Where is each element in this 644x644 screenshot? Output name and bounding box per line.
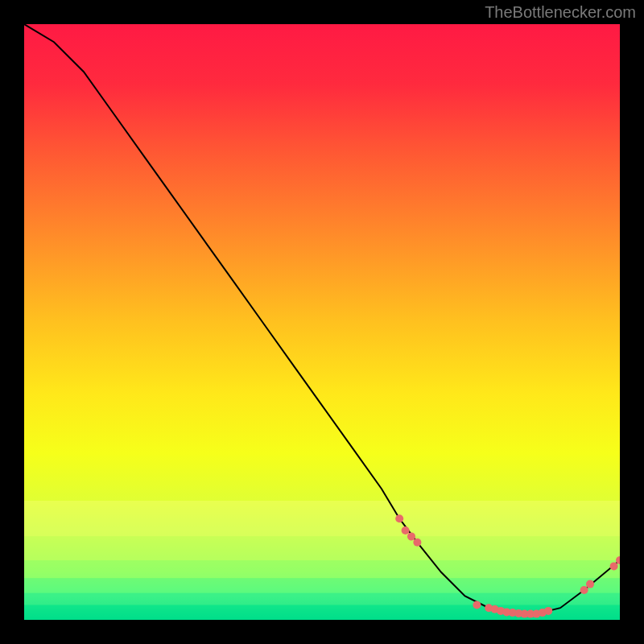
svg-rect-3 (24, 578, 620, 593)
watermark-text: TheBottlenecker.com (485, 3, 636, 22)
data-point (473, 601, 481, 609)
data-point (395, 514, 403, 522)
data-point (407, 532, 415, 540)
data-point (413, 539, 421, 547)
bottom-color-bands (24, 501, 620, 620)
svg-rect-2 (24, 560, 620, 578)
chart-svg (24, 24, 620, 620)
data-point (610, 562, 618, 570)
data-point (402, 526, 410, 535)
svg-rect-4 (24, 593, 620, 605)
chart-plot-area (24, 24, 620, 620)
data-point (544, 607, 552, 615)
data-point (586, 580, 594, 588)
svg-rect-0 (24, 501, 620, 536)
data-point (580, 586, 588, 594)
svg-rect-1 (24, 536, 620, 560)
